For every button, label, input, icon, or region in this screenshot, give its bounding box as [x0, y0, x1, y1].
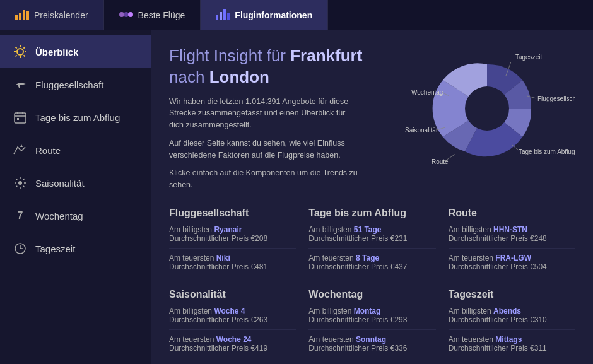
nav-preiskalender[interactable]: Preiskalender: [0, 0, 104, 30]
svg-line-18: [23, 47, 25, 49]
beste-fluege-label: Beste Flüge: [138, 10, 185, 20]
svg-point-5: [124, 12, 129, 17]
svg-rect-9: [223, 9, 226, 20]
stat-cheap-saisonalitaet: Am billigsten Woche 4 Durchschnittlicher…: [169, 307, 296, 324]
stat-block-tage-bis-abflug[interactable]: Tage bis zum Abflug Am billigsten 51 Tag…: [308, 208, 435, 276]
header-text: Flight Insight für Frankfurt nach London…: [169, 45, 362, 197]
stat-exp-tage-bis-abflug: Am teuersten 8 Tage Durchschnittlicher P…: [308, 254, 435, 271]
svg-rect-20: [15, 113, 26, 123]
nav-beste-fluege[interactable]: Beste Flüge: [104, 0, 201, 30]
nav-fluginformationen[interactable]: Fluginformationen: [201, 0, 328, 30]
beste-fluege-icon: [119, 9, 133, 22]
stats-grid: Fluggesellschaft Am billigsten Ryanair D…: [169, 208, 575, 358]
sidebar-label-route: Route: [35, 145, 61, 156]
sidebar-item-wochentag[interactable]: 7 Wochentag: [0, 199, 151, 232]
svg-line-17: [23, 55, 25, 56]
route-icon: [13, 143, 28, 158]
main-content: Flight Insight für Frankfurt nach London…: [151, 30, 593, 364]
sidebar-item-tageszeit[interactable]: Tageszeit: [0, 232, 151, 265]
svg-text:Tageszeit: Tageszeit: [515, 54, 542, 61]
stat-sep-wochentag: [308, 329, 435, 330]
stat-title-route: Route: [449, 208, 575, 219]
svg-line-33: [23, 179, 25, 180]
svg-rect-3: [26, 11, 29, 20]
stat-block-fluggesellschaft[interactable]: Fluggesellschaft Am billigsten Ryanair D…: [169, 208, 296, 276]
sidebar-item-route[interactable]: Route: [0, 134, 151, 167]
svg-line-31: [16, 179, 17, 180]
sidebar-item-fluggesellschaft[interactable]: Fluggesellschaft: [0, 68, 151, 101]
page-title: Flight Insight für Frankfurt nach London: [169, 45, 362, 88]
svg-line-46: [444, 154, 455, 161]
sidebar-item-saisonalitaet[interactable]: Saisonalität: [0, 167, 151, 199]
stat-sep-route: [449, 248, 575, 249]
svg-text:Fluggesellschaft: Fluggesellschaft: [537, 95, 575, 102]
svg-line-19: [16, 55, 17, 56]
svg-rect-2: [23, 10, 25, 20]
preiskalender-icon: [15, 9, 29, 22]
svg-rect-10: [227, 13, 230, 20]
main-layout: Überblick Fluggesellschaft: [0, 30, 593, 364]
stat-block-saisonalitaet[interactable]: Saisonalität Am billigsten Woche 4 Durch…: [169, 289, 296, 358]
svg-point-6: [128, 12, 133, 17]
fluginformationen-icon: [216, 9, 230, 22]
stat-cheap-tage-bis-abflug: Am billigsten 51 Tage Durchschnittlicher…: [308, 225, 435, 243]
stat-exp-route: Am teuersten FRA-LGW Durchschnittlicher …: [449, 254, 575, 271]
svg-line-16: [16, 47, 17, 49]
svg-marker-25: [20, 144, 23, 147]
stat-block-route[interactable]: Route Am billigsten HHN-STN Durchschnitt…: [449, 208, 575, 276]
stat-block-tageszeit[interactable]: Tageszeit Am billigsten Abends Durchschn…: [449, 289, 575, 358]
sidebar-label-saisonalitaet: Saisonalität: [35, 178, 85, 189]
svg-line-44: [512, 145, 519, 150]
stat-exp-tageszeit: Am teuersten Mittags Durchschnittlicher …: [449, 335, 575, 353]
stat-exp-fluggesellschaft: Am teuersten Niki Durchschnittlicher Pre…: [169, 254, 296, 271]
svg-text:Wochentag: Wochentag: [411, 89, 443, 96]
stat-title-tageszeit: Tageszeit: [449, 289, 575, 300]
donut-svg: Tageszeit Fluggesellschaft Tage bis zum …: [399, 45, 575, 172]
stat-block-wochentag[interactable]: Wochentag Am billigsten Montag Durchschn…: [308, 289, 435, 358]
stat-sep-fluggesellschaft: [169, 248, 296, 249]
svg-rect-1: [19, 13, 21, 20]
stat-title-fluggesellschaft: Fluggesellschaft: [169, 208, 296, 219]
top-nav: Preiskalender Beste Flüge Fluginformatio…: [0, 0, 593, 30]
sidebar-label-fluggesellschaft: Fluggesellschaft: [35, 79, 103, 90]
tage-abflug-icon: [13, 110, 28, 125]
svg-rect-7: [216, 15, 218, 20]
svg-line-34: [16, 186, 17, 187]
stat-cheap-fluggesellschaft: Am billigsten Ryanair Durchschnittlicher…: [169, 225, 296, 243]
stat-cheap-route: Am billigsten HHN-STN Durchschnittlicher…: [449, 225, 575, 243]
svg-rect-24: [17, 118, 19, 120]
stat-sep-saisonalitaet: [169, 329, 296, 330]
sidebar-label-ueberblick: Überblick: [35, 47, 78, 57]
stat-exp-wochentag: Am teuersten Sonntag Durchschnittlicher …: [308, 335, 435, 353]
svg-text:Route: Route: [432, 158, 449, 165]
svg-rect-0: [15, 15, 18, 20]
sidebar-item-tage-abflug[interactable]: Tage bis zum Abflug: [0, 101, 151, 134]
ueberblick-icon: [13, 44, 28, 59]
stat-sep-tageszeit: [449, 329, 575, 330]
stat-title-wochentag: Wochentag: [308, 289, 435, 300]
svg-text:Saisonalität: Saisonalität: [405, 127, 438, 134]
saisonalitaet-icon: [13, 175, 28, 191]
wochentag-icon: 7: [13, 208, 28, 223]
fluginformationen-label: Fluginformationen: [235, 10, 312, 20]
stat-sep-tage-bis-abflug: [308, 248, 435, 249]
svg-point-4: [119, 12, 124, 17]
svg-point-26: [18, 181, 22, 185]
stat-title-saisonalitaet: Saisonalität: [169, 289, 296, 300]
sidebar-label-wochentag: Wochentag: [35, 211, 83, 221]
stat-cheap-wochentag: Am billigsten Montag Durchschnittlicher …: [308, 307, 435, 324]
svg-point-11: [17, 49, 23, 55]
svg-text:Tage bis zum Abflug: Tage bis zum Abflug: [519, 148, 575, 155]
sidebar-item-ueberblick[interactable]: Überblick: [0, 35, 151, 68]
tageszeit-icon: [13, 241, 28, 256]
stat-title-tage-bis-abflug: Tage bis zum Abflug: [308, 208, 435, 219]
sidebar-label-tageszeit: Tageszeit: [35, 244, 75, 254]
fluggesellschaft-icon: [13, 77, 28, 92]
sidebar-label-tage-abflug: Tage bis zum Abflug: [35, 112, 120, 123]
header-desc2: Auf dieser Seite kannst du sehen, wie vi…: [169, 138, 358, 161]
header-desc3: Klicke einfach auf die Komponenten um di…: [169, 167, 358, 191]
svg-rect-8: [220, 12, 222, 20]
donut-chart[interactable]: Tageszeit Fluggesellschaft Tage bis zum …: [399, 45, 575, 172]
preiskalender-label: Preiskalender: [34, 10, 88, 20]
svg-line-32: [23, 186, 25, 187]
